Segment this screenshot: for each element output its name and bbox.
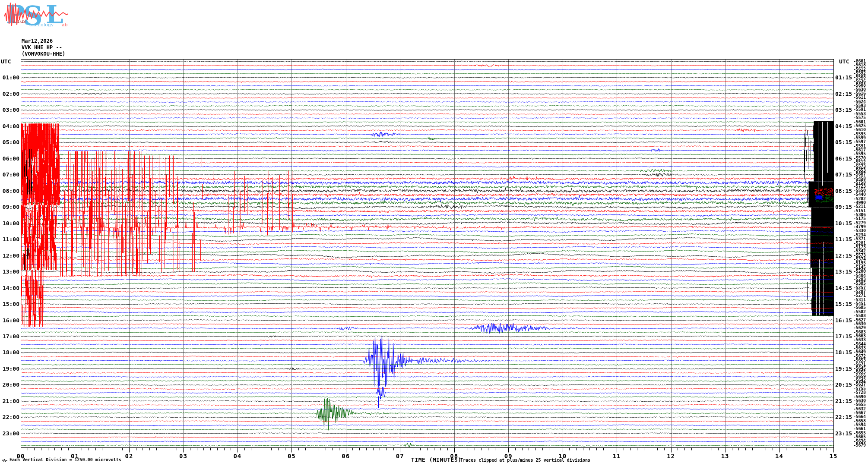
minute-label: 15	[827, 453, 839, 460]
minute-label: 06	[340, 453, 352, 460]
utc-label-right: UTC	[839, 58, 849, 65]
minute-label: 04	[231, 453, 244, 460]
psl-logo: P S L atras eismology ab	[3, 1, 68, 28]
logo-fragment-ab: ab	[62, 22, 68, 28]
left-time-label: 12:00	[0, 252, 19, 259]
left-time-label: 17:00	[0, 333, 19, 340]
right-time-label: 15:15	[835, 301, 852, 307]
left-time-label: 22:00	[0, 414, 19, 420]
right-time-label: 13:15	[835, 268, 852, 275]
right-time-label: 18:15	[835, 349, 852, 356]
left-time-label: 08:00	[0, 188, 19, 194]
left-time-label: 05:00	[0, 139, 19, 145]
right-time-label: 09:15	[835, 204, 852, 210]
right-time-label: 22:15	[835, 414, 852, 420]
trace-offset-value: -5679	[853, 443, 866, 447]
x-axis-title: TIME (MINUTES)	[411, 457, 462, 463]
minute-label: 05	[285, 453, 298, 460]
right-time-label: 12:15	[835, 252, 852, 259]
right-time-label: 10:15	[835, 220, 852, 227]
right-time-label: 04:15	[835, 123, 852, 129]
right-time-label: 17:15	[835, 333, 852, 340]
left-time-label: 23:00	[0, 430, 19, 437]
left-time-label: 20:00	[0, 381, 19, 388]
minute-label: 14	[773, 453, 786, 460]
header-station: (VOMVOKOU-HHE)	[22, 51, 65, 57]
right-time-label: 21:15	[835, 398, 852, 404]
left-time-label: 04:00	[0, 123, 19, 129]
helicorder-canvas	[0, 0, 868, 466]
utc-label-left: UTC	[1, 58, 11, 65]
logo-fragment-eismology: eismology	[29, 22, 54, 28]
left-time-label: 11:00	[0, 236, 19, 242]
right-time-label: 06:15	[835, 155, 852, 162]
left-time-label: 01:00	[0, 74, 19, 81]
left-time-label: 06:00	[0, 155, 19, 162]
left-time-label: 02:00	[0, 91, 19, 97]
right-time-label: 20:15	[835, 381, 852, 388]
clip-note: Traces clipped at plus/minus 25 vertical…	[460, 458, 590, 463]
header-channel: VVK HHE HP --	[22, 44, 65, 51]
right-time-label: 11:15	[835, 236, 852, 242]
right-time-label: 08:15	[835, 188, 852, 194]
left-time-label: 07:00	[0, 171, 19, 178]
mini-squiggle-icon	[2, 458, 8, 463]
right-time-label: 05:15	[835, 139, 852, 145]
minute-label: 11	[611, 453, 623, 460]
left-time-label: 14:00	[0, 285, 19, 291]
right-time-label: 01:15	[835, 74, 852, 81]
header-date: Mar12,2026	[22, 38, 65, 44]
left-time-label: 09:00	[0, 204, 19, 210]
left-time-label: 10:00	[0, 220, 19, 227]
right-time-label: 03:15	[835, 107, 852, 113]
right-time-label: 16:15	[835, 317, 852, 324]
header-block: Mar12,2026 VVK HHE HP -- (VOMVOKOU-HHE)	[22, 38, 65, 57]
minute-label: 07	[394, 453, 406, 460]
right-time-label: 14:15	[835, 285, 852, 291]
right-time-label: 19:15	[835, 365, 852, 372]
left-time-label: 03:00	[0, 107, 19, 113]
left-time-label: 16:00	[0, 317, 19, 324]
left-time-label: 18:00	[0, 349, 19, 356]
right-time-label: 02:15	[835, 91, 852, 97]
right-time-label: 07:15	[835, 171, 852, 178]
right-time-label: 23:15	[835, 430, 852, 437]
minute-label: 02	[123, 453, 135, 460]
left-time-label: 19:00	[0, 365, 19, 372]
minute-label: 13	[719, 453, 731, 460]
left-time-label: 21:00	[0, 398, 19, 404]
minute-label: 12	[665, 453, 677, 460]
left-time-label: 13:00	[0, 268, 19, 275]
vertical-division-note: Each Vertical Division = 1250.00 microvo…	[10, 457, 121, 462]
left-time-label: 15:00	[0, 301, 19, 307]
minute-label: 03	[177, 453, 189, 460]
helicorder-page: P S L atras eismology ab Mar12,2026 VVK …	[0, 0, 868, 466]
